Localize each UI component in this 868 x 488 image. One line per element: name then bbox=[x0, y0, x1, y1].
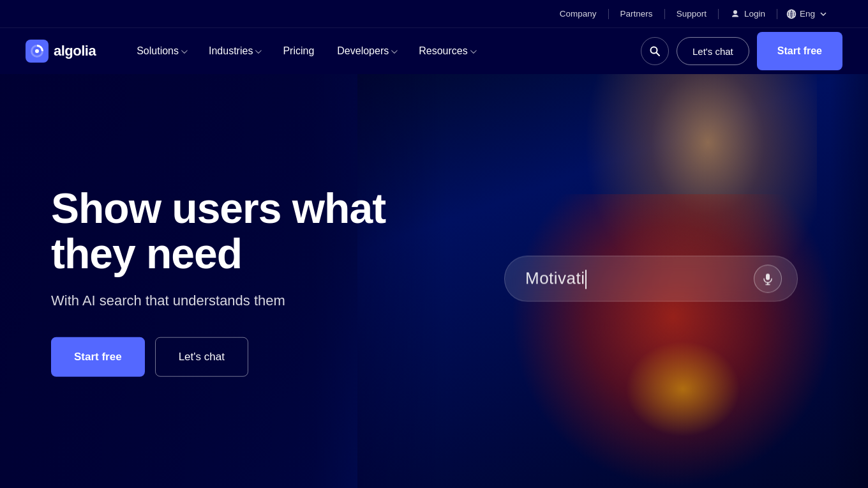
hero-title: Show users what they need bbox=[51, 186, 385, 277]
svg-line-8 bbox=[657, 53, 660, 56]
nav-item-resources[interactable]: Resources bbox=[408, 40, 484, 62]
nav-item-industries[interactable]: Industries bbox=[198, 40, 270, 62]
logo-mark-icon bbox=[26, 40, 49, 63]
globe-icon bbox=[786, 9, 797, 19]
logo[interactable]: algolia bbox=[26, 40, 96, 63]
microphone-icon bbox=[761, 272, 774, 285]
main-navbar: algolia Solutions Industries Pricing Dev… bbox=[0, 28, 868, 74]
util-link-support[interactable]: Support bbox=[665, 9, 718, 19]
hero-start-free-button[interactable]: Start free bbox=[51, 337, 145, 376]
util-link-partners[interactable]: Partners bbox=[609, 9, 664, 19]
hero-content: Show users what they need With AI search… bbox=[51, 186, 385, 377]
search-button[interactable] bbox=[641, 37, 669, 65]
svg-point-6 bbox=[35, 49, 39, 53]
hero-search-bar[interactable]: Motivati bbox=[504, 255, 798, 301]
shirt-glow bbox=[625, 341, 740, 437]
login-button[interactable]: Login bbox=[719, 9, 777, 19]
chevron-down-icon bbox=[818, 9, 828, 19]
language-selector[interactable]: Eng bbox=[777, 9, 837, 19]
lets-chat-button[interactable]: Let's chat bbox=[677, 37, 749, 65]
logo-text: algolia bbox=[54, 43, 96, 59]
user-icon bbox=[730, 9, 740, 19]
svg-rect-9 bbox=[766, 273, 770, 280]
hero-section: Show users what they need With AI search… bbox=[0, 74, 868, 488]
utility-bar: Company Partners Support Login Eng bbox=[0, 0, 868, 28]
hero-lets-chat-button[interactable]: Let's chat bbox=[155, 337, 248, 376]
start-free-button[interactable]: Start free bbox=[757, 32, 842, 70]
search-icon bbox=[649, 45, 661, 57]
nav-actions: Let's chat Start free bbox=[641, 32, 842, 70]
nav-item-developers[interactable]: Developers bbox=[327, 40, 406, 62]
hero-buttons: Start free Let's chat bbox=[51, 337, 385, 376]
cursor-blink bbox=[585, 270, 587, 289]
hero-subtitle: With AI search that understands them bbox=[51, 292, 385, 309]
right-blend bbox=[830, 74, 868, 488]
nav-links: Solutions Industries Pricing Developers … bbox=[126, 40, 641, 62]
microphone-button[interactable] bbox=[754, 264, 782, 293]
util-link-company[interactable]: Company bbox=[548, 9, 608, 19]
nav-item-pricing[interactable]: Pricing bbox=[273, 40, 324, 62]
nav-item-solutions[interactable]: Solutions bbox=[126, 40, 196, 62]
hero-search-text: Motivati bbox=[525, 268, 746, 289]
